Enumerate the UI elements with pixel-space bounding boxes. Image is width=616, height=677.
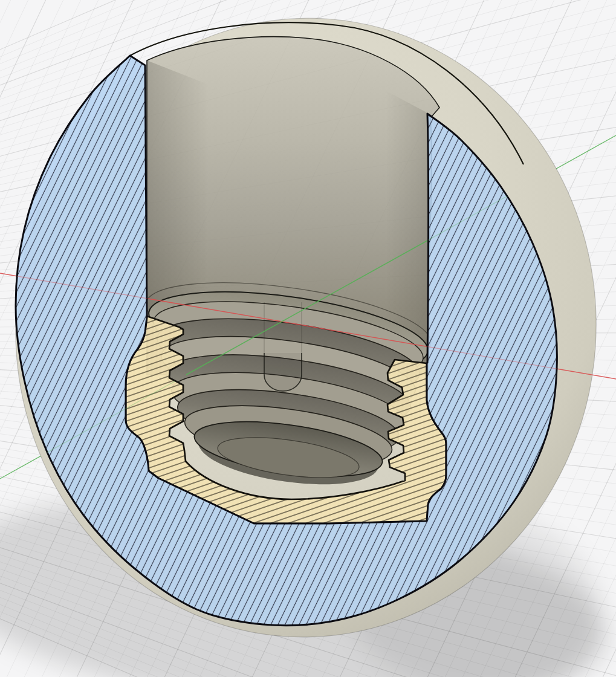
- cad-viewport-canvas[interactable]: [0, 0, 616, 677]
- cad-viewport[interactable]: CAD viewport showing a section analysis …: [0, 0, 616, 677]
- slot-outline: [264, 353, 302, 391]
